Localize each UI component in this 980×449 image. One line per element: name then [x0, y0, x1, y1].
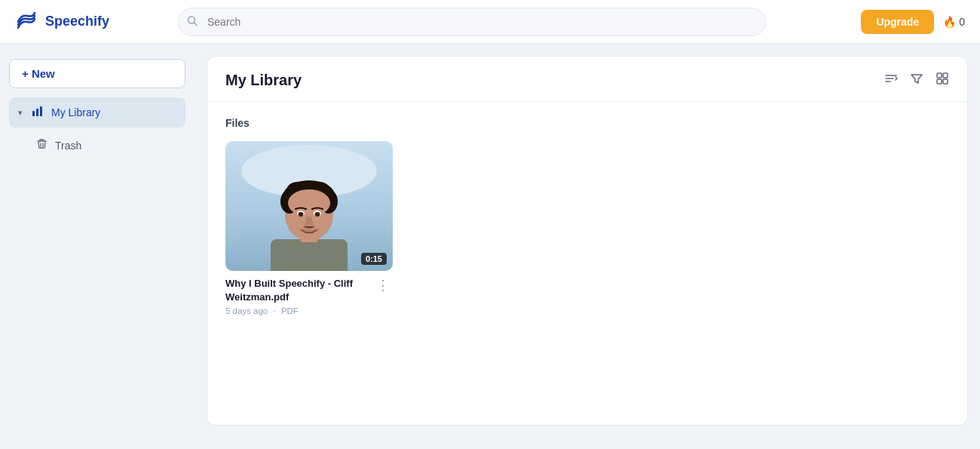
sort-icon[interactable] — [884, 72, 898, 89]
fire-count: 0 — [959, 16, 965, 28]
svg-point-27 — [299, 212, 304, 217]
separator: · — [273, 306, 275, 315]
svg-rect-2 — [32, 111, 35, 116]
file-sub: 5 days ago · PDF — [225, 306, 373, 315]
nav-right: Upgrade 🔥 0 — [861, 10, 965, 34]
duration-badge: 0:15 — [361, 253, 387, 265]
logo-area: Speechify — [15, 10, 166, 34]
svg-rect-8 — [937, 73, 942, 78]
sidebar-label-trash: Trash — [55, 140, 81, 152]
fire-icon: 🔥 — [943, 16, 956, 28]
svg-rect-11 — [943, 79, 948, 84]
search-input[interactable] — [178, 8, 766, 36]
fire-badge: 🔥 0 — [943, 16, 965, 28]
file-age: 5 days ago — [225, 306, 268, 315]
files-grid: 0:15 Why I Built Speechify - Cliff Weitz… — [225, 141, 949, 315]
filter-icon[interactable] — [910, 72, 923, 89]
search-icon — [187, 15, 198, 28]
svg-rect-4 — [40, 106, 42, 116]
files-label: Files — [225, 117, 949, 129]
sidebar-label-my-library: My Library — [51, 106, 100, 118]
search-bar — [178, 8, 766, 36]
thumbnail-image — [225, 141, 393, 271]
trash-icon — [36, 138, 47, 152]
svg-line-1 — [194, 23, 198, 26]
svg-point-28 — [315, 212, 320, 217]
main-content: My Library — [194, 44, 980, 449]
svg-point-24 — [288, 189, 330, 217]
svg-rect-10 — [937, 79, 942, 84]
chart-bar-icon — [32, 105, 44, 120]
new-button[interactable]: + New — [9, 59, 185, 88]
page-title: My Library — [225, 72, 302, 89]
layout: + New ▾ My Library Trash — [0, 44, 980, 449]
file-type: PDF — [281, 306, 299, 315]
content-header: My Library — [207, 57, 967, 102]
file-meta: Why I Built Speechify - Cliff Weitzman.p… — [225, 277, 373, 315]
svg-rect-9 — [943, 73, 948, 78]
files-section: Files — [207, 102, 967, 331]
sidebar-item-trash[interactable]: Trash — [9, 131, 185, 160]
sidebar: + New ▾ My Library Trash — [0, 44, 194, 449]
file-more-menu[interactable]: ⋮ — [373, 277, 393, 294]
file-card[interactable]: 0:15 Why I Built Speechify - Cliff Weitz… — [225, 141, 393, 315]
svg-rect-15 — [271, 239, 348, 271]
file-name: Why I Built Speechify - Cliff Weitzman.p… — [225, 277, 373, 304]
upgrade-button[interactable]: Upgrade — [861, 10, 934, 34]
content-card: My Library — [207, 56, 968, 426]
header-actions — [884, 72, 949, 89]
file-info: Why I Built Speechify - Cliff Weitzman.p… — [225, 271, 393, 315]
speechify-logo-icon — [15, 10, 39, 34]
sidebar-item-my-library[interactable]: ▾ My Library — [9, 97, 185, 128]
topnav: Speechify Upgrade 🔥 0 — [0, 0, 980, 44]
grid-view-icon[interactable] — [936, 72, 949, 89]
app-name: Speechify — [45, 14, 109, 29]
chevron-down-icon: ▾ — [18, 108, 23, 118]
svg-rect-3 — [36, 109, 38, 116]
file-thumbnail: 0:15 — [225, 141, 393, 271]
